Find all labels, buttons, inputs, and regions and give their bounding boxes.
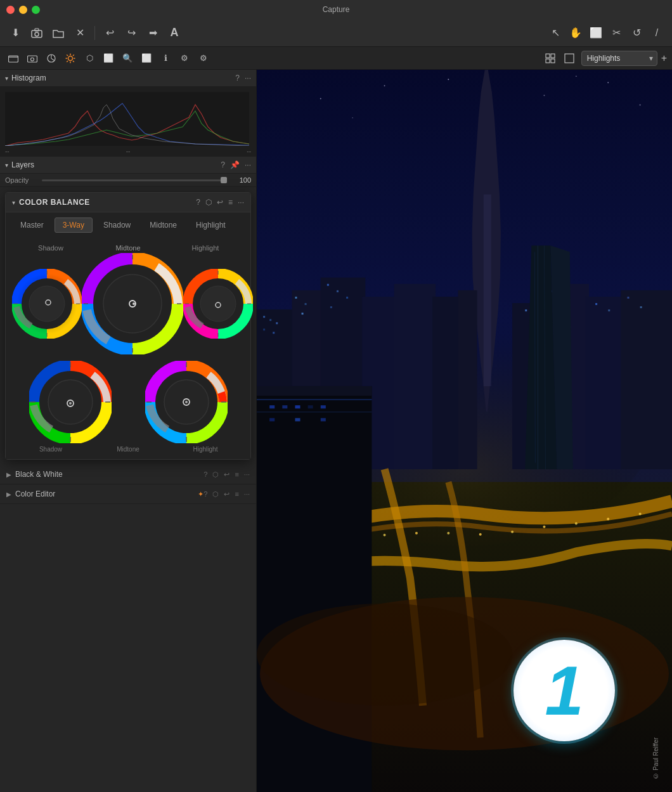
bw-reset[interactable]: ↩ [224, 471, 229, 479]
toolbar-right: ↖ ✋ ⬜ ✂ ↺ / [546, 24, 666, 42]
tab-midtone[interactable]: Midtone [141, 217, 185, 233]
download-icon[interactable]: ⬇ [6, 24, 24, 42]
highlights-dropdown[interactable]: Highlights [581, 51, 657, 66]
sub-gear2-icon[interactable]: ⚙ [195, 50, 212, 67]
bw-help[interactable]: ? [204, 471, 207, 479]
svg-rect-86 [327, 284, 329, 286]
ce-reset[interactable]: ↩ [224, 490, 229, 498]
opacity-slider[interactable] [42, 179, 227, 181]
svg-point-128 [257, 604, 512, 706]
sub-folder-icon[interactable] [5, 50, 22, 67]
window-title: Capture [323, 5, 350, 14]
svg-point-114 [639, 512, 642, 515]
main-layout: ▾ Histogram ? ··· -- -- [0, 70, 672, 792]
badge-number: 1 [545, 656, 583, 725]
bw-pin[interactable]: ⬡ [212, 471, 219, 479]
single-view-icon[interactable] [561, 50, 578, 67]
svg-rect-95 [608, 309, 610, 311]
add-layer-button[interactable]: + [661, 53, 667, 64]
svg-rect-85 [302, 313, 304, 315]
crop-icon[interactable]: ✂ [607, 24, 625, 42]
highlight-wheel-svg[interactable] [183, 269, 253, 339]
svg-rect-20 [565, 54, 574, 63]
cb-help[interactable]: ? [196, 198, 200, 207]
slash-icon[interactable]: / [648, 24, 666, 42]
svg-point-56 [185, 401, 188, 403]
histogram-help[interactable]: ? [235, 74, 240, 82]
histogram-label-mid: -- [126, 148, 131, 155]
tab-master[interactable]: Master [12, 217, 52, 233]
shadow-wheel-svg[interactable] [12, 269, 82, 339]
ce-chevron[interactable]: ▶ [6, 491, 11, 498]
svg-rect-72 [432, 297, 461, 469]
svg-rect-84 [305, 303, 307, 305]
rotate-icon[interactable]: ↺ [628, 24, 645, 42]
svg-rect-82 [273, 332, 275, 334]
svg-point-110 [511, 531, 514, 533]
ce-pin[interactable]: ⬡ [212, 490, 219, 498]
tab-highlight[interactable]: Highlight [188, 217, 234, 233]
cb-external[interactable]: ⬡ [205, 198, 212, 207]
cb-list[interactable]: ≡ [228, 198, 233, 207]
undo2-icon[interactable]: ↪ [122, 24, 140, 42]
text-icon[interactable]: A [165, 24, 183, 42]
svg-point-106 [384, 534, 386, 536]
black-white-panel: ▶ Black & White ? ⬡ ↩ ≡ ··· [0, 465, 256, 484]
main-toolbar: ⬇ ✕ ↩ ↪ ➡ A ↖ ✋ ⬜ ✂ ↺ / [0, 19, 672, 47]
tab-3way[interactable]: 3-Way [55, 217, 93, 233]
redo-icon[interactable]: ➡ [144, 24, 162, 42]
minimize-button[interactable] [19, 6, 27, 14]
svg-rect-88 [346, 297, 348, 299]
bw-title: Black & White [15, 470, 204, 479]
bottom-shadow-svg[interactable] [29, 361, 112, 443]
bw-chevron[interactable]: ▶ [6, 471, 11, 478]
sub-sun-icon[interactable] [62, 50, 79, 67]
sub-camera-icon[interactable] [24, 50, 41, 67]
svg-point-130 [384, 85, 385, 86]
ce-help[interactable]: ? [204, 490, 207, 498]
close-button[interactable] [6, 6, 15, 14]
sub-gear-icon[interactable]: ⚙ [176, 50, 193, 67]
sub-search-icon[interactable]: 🔍 [119, 50, 136, 67]
svg-rect-118 [257, 412, 372, 412]
sub-info-icon[interactable]: ℹ [157, 50, 174, 67]
undo-icon[interactable]: ↩ [101, 24, 119, 42]
bw-more[interactable]: ··· [244, 471, 250, 479]
svg-point-113 [607, 518, 609, 521]
cb-more[interactable]: ··· [238, 198, 244, 207]
histogram-svg [5, 92, 249, 146]
sub-hex-icon[interactable]: ⬡ [81, 50, 98, 67]
svg-point-1 [35, 32, 39, 36]
sub-rect-icon[interactable]: ⬜ [100, 50, 117, 67]
color-editor-header[interactable]: ▶ Color Editor ✦ ? ⬡ ↩ ≡ ··· [0, 484, 256, 503]
select-icon[interactable]: ↖ [546, 24, 564, 42]
sub-grid-icon[interactable]: ⬜ [138, 50, 155, 67]
layers-help[interactable]: ? [221, 160, 225, 169]
svg-rect-83 [295, 297, 297, 299]
black-white-header[interactable]: ▶ Black & White ? ⬡ ↩ ≡ ··· [0, 465, 256, 484]
cb-reset[interactable]: ↩ [217, 198, 223, 207]
maximize-button[interactable] [32, 6, 40, 14]
midtone-wheel-svg[interactable] [82, 253, 183, 354]
pan-icon[interactable]: ✋ [567, 24, 585, 42]
ce-more[interactable]: ··· [244, 490, 250, 498]
layers-chevron[interactable]: ▾ [5, 162, 8, 169]
bottom-highlight-svg[interactable] [145, 361, 228, 443]
close-icon[interactable]: ✕ [71, 24, 89, 42]
select-rect-icon[interactable]: ⬜ [587, 24, 605, 42]
layers-more[interactable]: ··· [245, 160, 251, 169]
svg-rect-116 [257, 386, 372, 396]
grid-view-icon[interactable] [542, 50, 559, 67]
title-bar: Capture [0, 0, 672, 19]
cb-chevron[interactable]: ▾ [12, 199, 15, 206]
tab-shadow[interactable]: Shadow [95, 217, 139, 233]
ce-list[interactable]: ≡ [235, 490, 238, 498]
histogram-chevron[interactable]: ▾ [5, 75, 8, 82]
layers-pin[interactable]: 📌 [230, 160, 240, 169]
bw-list[interactable]: ≡ [235, 471, 238, 479]
folder-icon[interactable] [49, 24, 67, 42]
camera-icon[interactable] [28, 24, 46, 42]
histogram-more[interactable]: ··· [245, 74, 251, 82]
sub-circle-icon[interactable] [43, 50, 60, 67]
window-controls[interactable] [6, 6, 40, 14]
